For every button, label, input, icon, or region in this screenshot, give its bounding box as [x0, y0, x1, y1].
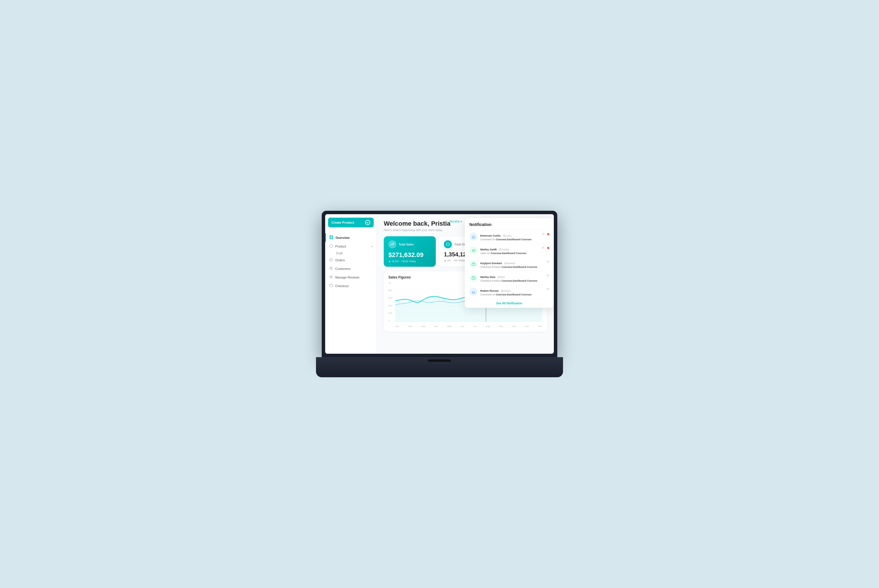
notif-time-4: 2h [547, 274, 549, 277]
notif-name-1: Emerson Curtis @curtis [480, 232, 539, 238]
svg-rect-19 [472, 293, 475, 293]
notif-action-5: Comment on Coursea-Dashboard Courses [480, 293, 544, 296]
orders-label: Orders [335, 258, 345, 262]
svg-rect-3 [332, 237, 333, 239]
notif-item-2[interactable]: Marley Geidt @marley Likes on Coursea-Da… [465, 244, 554, 258]
y-label-600: 600 [388, 297, 392, 299]
notif-item-3[interactable]: Kaylynn Dorwart @dorwart Checkout Produc… [465, 258, 554, 272]
total-sales-value: $271,632.09 [388, 251, 431, 259]
overview-label: Overview [335, 236, 350, 240]
sidebar-item-orders[interactable]: Orders [325, 256, 377, 264]
sidebar-item-customers[interactable]: Customers [325, 264, 377, 273]
checkout-icon [329, 284, 333, 288]
svg-point-5 [330, 267, 332, 268]
total-sales-card: Total Sales $271,632.09 ▲ 25,5% +$15k To… [384, 236, 436, 267]
sidebar-item-product[interactable]: Product ▾ [325, 242, 377, 250]
notif-name-2: Marley Geidt @marley [480, 246, 539, 252]
notification-title: Notification [465, 218, 554, 230]
x-jan: Jan [395, 325, 399, 328]
notif-time-3: 2h [547, 260, 549, 263]
x-apr: Apr [434, 325, 438, 328]
checkout-label: Checkout [335, 284, 349, 288]
y-label-800: 800 [388, 289, 392, 292]
x-aug: Aug [486, 325, 490, 328]
notif-avatar-5 [469, 288, 478, 296]
y-label-1k: 1k [388, 282, 392, 284]
stat-header: Total Sales [388, 240, 431, 248]
notif-action-3: Checkout Product Coursea-Dashboard Cours… [480, 266, 544, 268]
notif-avatar-4 [469, 274, 478, 282]
notif-item-5[interactable]: Ruben Rosser @rosser Comment on Coursea-… [465, 285, 554, 299]
notif-body-1: Emerson Curtis @curtis Comment on Course… [480, 232, 539, 241]
svg-rect-2 [329, 237, 331, 239]
trending-up-icon [388, 240, 397, 248]
x-oct: Oct [512, 325, 515, 328]
sidebar-item-overview[interactable]: Overview [325, 233, 377, 242]
notif-action-1: Comment on Coursea-Dashboard Courses [480, 238, 539, 241]
create-product-label: Create Product [332, 221, 354, 224]
svg-rect-7 [329, 285, 333, 287]
total-sales-change: ▲ 25,5% +$15k Today [388, 260, 431, 263]
create-product-button[interactable]: Create Product + [328, 218, 374, 227]
notif-avatar-2 [469, 246, 478, 254]
chart-title: Sales Figures [388, 275, 411, 279]
x-feb: Feb [408, 325, 412, 328]
draft-label: Draft [336, 252, 343, 255]
notification-panel: Notification Em [465, 218, 554, 308]
notif-body-4: Marley Dias @dias Checkout Product Cours… [480, 274, 544, 282]
notification-heading: Notification [469, 222, 491, 227]
monthly-chevron-icon: ▾ [460, 220, 462, 223]
notif-body-5: Ruben Rosser @rosser Comment on Coursea-… [480, 288, 544, 296]
y-label-200: 200 [388, 312, 392, 314]
x-jun: Jun [461, 325, 464, 328]
svg-point-6 [332, 267, 333, 268]
notif-action-4: Checkout Product Coursea-Dashboard Cours… [480, 279, 544, 282]
customers-label: Customers [335, 267, 350, 270]
customers-icon [329, 266, 333, 271]
svg-rect-1 [332, 236, 333, 237]
chevron-down-icon: ▾ [371, 245, 373, 248]
laptop-wrapper: Create Product + Overview [316, 211, 563, 377]
orders-stat-icon [444, 240, 452, 248]
main-content: Welcome back, Pristia Here's what's happ… [377, 214, 554, 354]
chart-x-axis: Jan Feb Mar Apr May Jun Jul Aug Sep Oct … [395, 325, 542, 328]
notif-body-2: Marley Geidt @marley Likes on Coursea-Da… [480, 246, 539, 255]
notif-action-2: Likes on Coursea-Dashboard Courses [480, 252, 539, 255]
sidebar-item-draft[interactable]: Draft [325, 250, 377, 256]
svg-rect-17 [472, 263, 475, 266]
notif-time-1: 1h [542, 232, 544, 236]
star-icon [329, 275, 333, 280]
screen-content: Create Product + Overview [325, 214, 554, 354]
notif-name-3: Kaylynn Dorwart @dorwart [480, 260, 544, 265]
svg-rect-16 [472, 238, 475, 238]
notif-dot-2 [547, 247, 549, 249]
sidebar-item-manage-reviews[interactable]: Manage Reviews [325, 273, 377, 282]
grid-icon [329, 235, 333, 240]
see-all-label: See All Notification [496, 302, 523, 305]
y-label-400: 400 [388, 304, 392, 307]
monthly-dropdown[interactable]: Monthly ▾ [449, 220, 462, 223]
laptop-base [316, 357, 563, 377]
total-sales-label: Total Sales [399, 243, 414, 246]
notif-name-5: Ruben Rosser @rosser [480, 288, 544, 293]
chart-y-axis: 1k 800 600 400 200 0 [388, 282, 392, 322]
notif-avatar-1 [469, 232, 478, 241]
x-may: May [447, 325, 452, 328]
notif-dot-1 [547, 233, 549, 235]
sidebar-item-checkout[interactable]: Checkout [325, 282, 377, 290]
see-all-notifications-button[interactable]: See All Notification [465, 299, 554, 308]
x-nov: Nov [525, 325, 529, 328]
notif-item-4[interactable]: Marley Dias @dias Checkout Product Cours… [465, 272, 554, 285]
y-label-0: 0 [388, 319, 392, 322]
x-dec: Dec [538, 325, 542, 328]
orders-icon [329, 258, 333, 262]
x-sep: Sep [499, 325, 503, 328]
x-jul: Jul [474, 325, 476, 328]
laptop-screen: Create Product + Overview [322, 211, 557, 357]
sidebar: Create Product + Overview [325, 214, 377, 354]
notif-time-2: 2h [542, 246, 544, 249]
svg-point-4 [329, 258, 333, 261]
notif-item-1[interactable]: Emerson Curtis @curtis Comment on Course… [465, 230, 554, 244]
svg-rect-0 [329, 236, 331, 237]
manage-reviews-label: Manage Reviews [335, 276, 359, 279]
